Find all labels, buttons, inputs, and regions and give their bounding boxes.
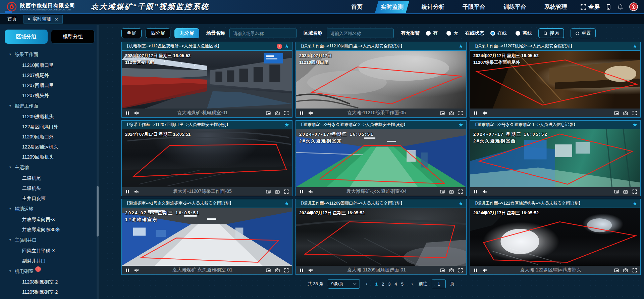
sidebar-tab-area-group[interactable]: 区域分组 (5, 30, 48, 44)
radio-icon[interactable] (446, 31, 451, 36)
video-stream[interactable]: 2024年07月17日 星期三 16:05:52112盘区变电所 (122, 51, 292, 109)
tab-home[interactable]: 首页 (5, 16, 19, 22)
fullscreen-icon[interactable] (632, 189, 637, 194)
tree-item[interactable]: 回风立井平硐-X (0, 246, 99, 256)
radio-option[interactable]: 有 (426, 30, 438, 36)
view-mode-button-1[interactable]: 单屏 (121, 28, 142, 38)
picture-in-picture-icon[interactable] (614, 111, 619, 115)
page-size-select[interactable]: 9条/页 (328, 279, 360, 289)
fullscreen-button[interactable]: 全屏 (581, 3, 600, 11)
snapshot-camera-icon[interactable] (449, 189, 454, 194)
radio-icon[interactable] (426, 31, 431, 36)
tree-item[interactable]: 11208制氮硐室-2 (0, 277, 99, 287)
page-number-5[interactable]: 5 (399, 282, 406, 287)
snapshot-camera-icon[interactable] (275, 189, 280, 194)
volume-muted-icon[interactable] (134, 111, 139, 115)
tree-item[interactable]: 122盘区回风口外 (0, 122, 99, 132)
tree-item[interactable]: 主井口皮带 (0, 193, 99, 203)
pause-icon[interactable] (125, 189, 130, 194)
tree-group[interactable]: ▼机电硐室1 (0, 266, 99, 277)
pause-icon[interactable] (299, 189, 304, 194)
sidebar-scrollbar[interactable] (97, 25, 99, 299)
tree-item[interactable]: 11209回顺口外 (0, 132, 99, 142)
tree-item[interactable]: 11209回顺机头 (0, 152, 99, 162)
snapshot-camera-icon[interactable] (623, 268, 628, 272)
reset-button[interactable]: 重置 (571, 28, 596, 38)
picture-in-picture-icon[interactable] (614, 189, 619, 194)
tree-group[interactable]: ▼主运输 (0, 162, 99, 173)
favorite-star-icon[interactable]: ★ (459, 201, 463, 206)
radio-option[interactable]: 无 (446, 30, 458, 36)
video-stream[interactable]: 2024年07月17日 星期三 16:05:52 (296, 208, 466, 266)
page-number-4[interactable]: 4 (392, 282, 399, 287)
tree-item[interactable]: 11207回顺口里 (0, 80, 99, 90)
next-page-button[interactable]: › (410, 281, 414, 287)
prev-page-button[interactable]: ‹ (364, 281, 369, 287)
volume-muted-icon[interactable] (482, 111, 487, 115)
video-stream[interactable]: 2024年07月17日 星期三 16:05:5211207综采工作面机尾外 (470, 51, 640, 109)
nav-item-6[interactable]: 系统管理 (540, 1, 571, 13)
favorite-star-icon[interactable]: ★ (633, 122, 637, 128)
video-stream[interactable]: 2024-07-17 星期三 16:05:522#永久避难硐室西 (470, 129, 640, 187)
tree-group[interactable]: ▼辅助运输 (0, 203, 99, 214)
favorite-star-icon[interactable]: ★ (284, 122, 289, 128)
picture-in-picture-icon[interactable] (614, 268, 619, 272)
user-avatar[interactable] (629, 2, 638, 11)
radio-option[interactable]: 在线 (490, 30, 507, 36)
sidebar-scrollbar-thumb[interactable] (97, 186, 99, 237)
video-stream[interactable]: 2024年07月17日11210回顺口里 (296, 51, 466, 109)
tree-group[interactable]: ▼主(副)井口 (0, 234, 99, 246)
fullscreen-icon[interactable] (284, 111, 289, 115)
favorite-star-icon[interactable]: ★ (284, 201, 289, 206)
nav-item-3[interactable]: 统计分析 (418, 1, 448, 13)
tree-item[interactable]: 11207机尾外 (0, 70, 99, 80)
tree-item[interactable]: 11207机头外 (0, 90, 99, 100)
picture-in-picture-icon[interactable] (266, 268, 271, 272)
nav-item-4[interactable]: 千眼平台 (459, 1, 489, 13)
volume-muted-icon[interactable] (308, 189, 313, 194)
fullscreen-icon[interactable] (458, 268, 463, 272)
scene-name-input[interactable] (229, 29, 297, 38)
goto-page-input[interactable] (432, 280, 446, 288)
tree-group[interactable]: ▼综采工作面 (0, 49, 99, 60)
favorite-star-icon[interactable]: ★ (459, 44, 463, 49)
picture-in-picture-icon[interactable] (440, 268, 445, 272)
volume-muted-icon[interactable] (482, 189, 487, 194)
snapshot-camera-icon[interactable] (449, 268, 454, 272)
pause-icon[interactable] (473, 268, 478, 272)
pause-icon[interactable] (299, 268, 304, 272)
favorite-star-icon[interactable]: ★ (284, 44, 289, 49)
fullscreen-icon[interactable] (458, 111, 463, 115)
tree-item[interactable]: 井底弯道向西-X (0, 214, 99, 224)
tree-item[interactable]: 11209进顺机头 (0, 112, 99, 122)
fullscreen-icon[interactable] (284, 189, 289, 194)
picture-in-picture-icon[interactable] (440, 111, 445, 115)
favorite-star-icon[interactable]: ★ (633, 201, 637, 206)
fullscreen-icon[interactable] (632, 111, 637, 115)
volume-muted-icon[interactable] (308, 111, 313, 115)
tree-item[interactable]: 井底弯道向东30米 (0, 224, 99, 234)
video-stream[interactable]: 2024-07-17 星期三 16:05:511#避难硐室东 (122, 208, 292, 266)
pause-icon[interactable] (125, 111, 130, 115)
tree-item[interactable]: 11210回顺口里 (0, 60, 99, 70)
snapshot-camera-icon[interactable] (275, 111, 280, 115)
volume-muted-icon[interactable] (308, 268, 313, 272)
snapshot-camera-icon[interactable] (623, 111, 628, 115)
video-stream[interactable]: 2024-07-17 星期三 16:05:512#永久避难硐室东 (296, 129, 466, 187)
mobile-icon[interactable] (606, 4, 611, 10)
bell-icon[interactable] (618, 4, 623, 10)
favorite-star-icon[interactable]: ★ (459, 122, 463, 128)
sidebar-tab-model-group[interactable]: 模型分组 (51, 30, 95, 44)
tree-item[interactable]: 二煤机头 (0, 183, 99, 193)
radio-option[interactable]: 离线 (516, 30, 532, 36)
volume-muted-icon[interactable] (482, 268, 487, 272)
tree-item[interactable]: 二煤机尾 (0, 173, 99, 183)
snapshot-camera-icon[interactable] (449, 111, 454, 115)
tree-item[interactable]: 122盘区辅运机头 (0, 142, 99, 152)
pause-icon[interactable] (473, 189, 478, 194)
tree-item[interactable]: 11205制氮硐室-2 (0, 287, 99, 297)
tree-item[interactable]: 副斜井井口 (0, 256, 99, 266)
nav-item-2[interactable]: 实时监测 (377, 1, 408, 13)
volume-muted-icon[interactable] (134, 268, 139, 272)
picture-in-picture-icon[interactable] (266, 111, 271, 115)
